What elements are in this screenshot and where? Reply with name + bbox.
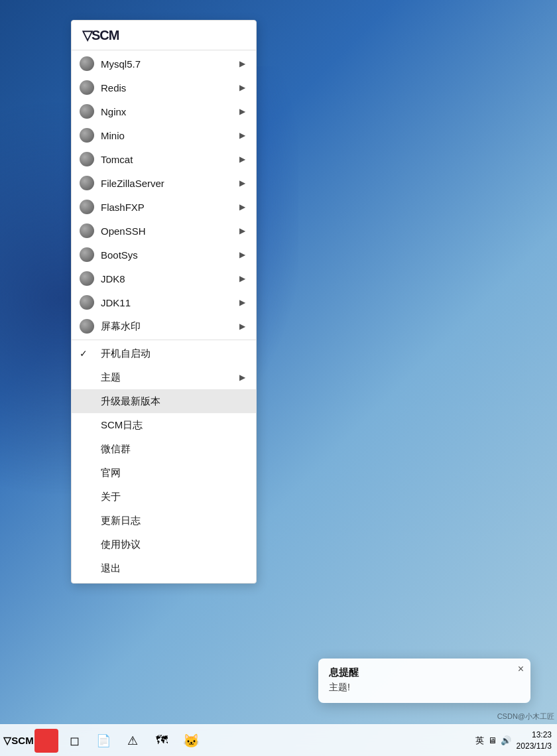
filezilla-icon bbox=[80, 176, 94, 190]
menu-item-nginx[interactable]: Nginx ▶ bbox=[72, 99, 256, 123]
bootsys-label: BootSys bbox=[101, 249, 239, 261]
notification-title: 息提醒 bbox=[329, 666, 520, 679]
openssh-arrow: ▶ bbox=[239, 226, 245, 235]
notification-close-button[interactable]: × bbox=[518, 664, 524, 674]
taskbar-clock[interactable]: 13:23 2023/11/3 bbox=[517, 729, 552, 752]
wechat-label: 微信群 bbox=[101, 443, 245, 456]
notification-body: 主题! bbox=[329, 682, 520, 694]
redis-label: Redis bbox=[101, 82, 239, 94]
openssh-label: OpenSSH bbox=[101, 225, 239, 237]
context-menu: ▽SCM Mysql5.7 ▶ Redis ▶ Nginx ▶ Minio ▶ … bbox=[71, 20, 257, 584]
jdk11-icon bbox=[80, 295, 94, 310]
menu-header: ▽SCM bbox=[72, 21, 256, 48]
menu-item-mysql57[interactable]: Mysql5.7 ▶ bbox=[72, 52, 256, 76]
nginx-icon bbox=[80, 104, 94, 119]
mysql57-arrow: ▶ bbox=[239, 59, 245, 68]
menu-item-agreement[interactable]: 使用协议 bbox=[72, 533, 256, 556]
menu-item-filezilla[interactable]: FileZillaServer ▶ bbox=[72, 171, 256, 195]
bootsys-icon bbox=[80, 247, 94, 262]
mysql57-icon bbox=[80, 56, 94, 71]
menu-item-theme[interactable]: 主题 ▶ bbox=[72, 365, 256, 389]
menu-item-tomcat[interactable]: Tomcat ▶ bbox=[72, 147, 256, 171]
flashfxp-icon bbox=[80, 200, 94, 214]
bootsys-arrow: ▶ bbox=[239, 250, 245, 259]
jdk11-arrow: ▶ bbox=[239, 298, 245, 307]
flashfxp-label: FlashFXP bbox=[101, 202, 239, 213]
about-label: 关于 bbox=[101, 491, 245, 503]
tomcat-arrow: ▶ bbox=[239, 155, 245, 164]
taskbar-left: ▽SCM ◻ 📄 ⚠ 🗺 🐱 bbox=[5, 727, 204, 754]
taskbar-app4[interactable]: ⚠ bbox=[119, 727, 146, 754]
menu-divider-middle bbox=[72, 340, 256, 340]
changelog-label: 更新日志 bbox=[101, 515, 245, 527]
filezilla-label: FileZillaServer bbox=[101, 178, 239, 189]
mysql57-label: Mysql5.7 bbox=[101, 58, 239, 70]
tomcat-icon bbox=[80, 152, 94, 166]
menu-item-jdk11[interactable]: JDK11 ▶ bbox=[72, 290, 256, 314]
watermark-label: 屏幕水印 bbox=[101, 320, 239, 333]
scm-logo-symbol: ▽ bbox=[82, 28, 92, 42]
menu-item-autostart[interactable]: ✓ 开机自启动 bbox=[72, 342, 256, 365]
menu-item-redis[interactable]: Redis ▶ bbox=[72, 76, 256, 99]
menu-item-flashfxp[interactable]: FlashFXP ▶ bbox=[72, 195, 256, 219]
monitor-icon: 🖥 bbox=[488, 735, 497, 745]
nginx-arrow: ▶ bbox=[239, 107, 245, 116]
redis-icon bbox=[80, 80, 94, 95]
menu-item-about[interactable]: 关于 bbox=[72, 485, 256, 509]
menu-divider-top bbox=[72, 50, 256, 50]
autostart-check: ✓ bbox=[80, 348, 90, 359]
filezilla-arrow: ▶ bbox=[239, 178, 245, 188]
jdk11-label: JDK11 bbox=[101, 297, 239, 308]
menu-item-upgrade[interactable]: 升级最新版本 bbox=[72, 389, 256, 413]
minio-label: Minio bbox=[101, 130, 239, 141]
csdn-watermark: CSDN@小木工匠 bbox=[497, 712, 554, 722]
theme-arrow: ▶ bbox=[239, 373, 245, 382]
tomcat-label: Tomcat bbox=[101, 154, 239, 165]
notification-toast: × 息提醒 主题! bbox=[318, 659, 530, 703]
menu-item-jdk8[interactable]: JDK8 ▶ bbox=[72, 267, 256, 290]
menu-item-exit[interactable]: 退出 bbox=[72, 556, 256, 580]
taskbar-cat[interactable]: 🐱 bbox=[178, 727, 204, 754]
menu-item-bootsys[interactable]: BootSys ▶ bbox=[72, 243, 256, 267]
minio-arrow: ▶ bbox=[239, 131, 245, 140]
menu-item-watermark[interactable]: 屏幕水印 ▶ bbox=[72, 314, 256, 338]
taskbar-right: 英 🖥 🔊 13:23 2023/11/3 bbox=[475, 729, 552, 752]
openssh-icon bbox=[80, 223, 94, 238]
upgrade-label: 升级最新版本 bbox=[101, 395, 245, 408]
watermark-arrow: ▶ bbox=[239, 322, 245, 331]
nginx-label: Nginx bbox=[101, 106, 239, 117]
taskbar-app1[interactable] bbox=[34, 729, 58, 753]
menu-item-wechat[interactable]: 微信群 bbox=[72, 437, 256, 461]
flashfxp-arrow: ▶ bbox=[239, 202, 245, 212]
redis-arrow: ▶ bbox=[239, 83, 245, 92]
jdk8-icon bbox=[80, 271, 94, 286]
menu-item-scmlog[interactable]: SCM日志 bbox=[72, 413, 256, 437]
theme-label: 主题 bbox=[101, 371, 239, 384]
menu-item-changelog[interactable]: 更新日志 bbox=[72, 509, 256, 533]
minio-icon bbox=[80, 128, 94, 143]
taskbar-scm-icon[interactable]: ▽SCM bbox=[5, 727, 32, 754]
taskbar-app5[interactable]: 🗺 bbox=[149, 727, 175, 754]
clock-time: 13:23 bbox=[517, 729, 552, 741]
menu-item-minio[interactable]: Minio ▶ bbox=[72, 123, 256, 147]
taskbar-app3[interactable]: 📄 bbox=[90, 727, 117, 754]
jdk8-label: JDK8 bbox=[101, 273, 239, 284]
lang-indicator[interactable]: 英 bbox=[475, 735, 484, 747]
autostart-label: 开机自启动 bbox=[101, 347, 245, 360]
website-label: 官网 bbox=[101, 467, 245, 479]
scmlog-label: SCM日志 bbox=[101, 419, 245, 432]
menu-item-openssh[interactable]: OpenSSH ▶ bbox=[72, 219, 256, 243]
clock-date: 2023/11/3 bbox=[517, 741, 552, 752]
exit-label: 退出 bbox=[101, 562, 245, 575]
taskbar: ▽SCM ◻ 📄 ⚠ 🗺 🐱 英 🖥 🔊 13:23 2023/11/3 bbox=[0, 724, 557, 756]
jdk8-arrow: ▶ bbox=[239, 274, 245, 283]
taskbar-app2[interactable]: ◻ bbox=[61, 727, 88, 754]
volume-icon: 🔊 bbox=[501, 735, 511, 745]
taskbar-sys-icons: 英 🖥 🔊 bbox=[475, 735, 511, 747]
scm-logo: ▽SCM bbox=[82, 27, 119, 43]
agreement-label: 使用协议 bbox=[101, 538, 245, 551]
menu-item-website[interactable]: 官网 bbox=[72, 461, 256, 485]
scm-logo-text: SCM bbox=[92, 28, 119, 42]
watermark-icon bbox=[80, 319, 94, 334]
